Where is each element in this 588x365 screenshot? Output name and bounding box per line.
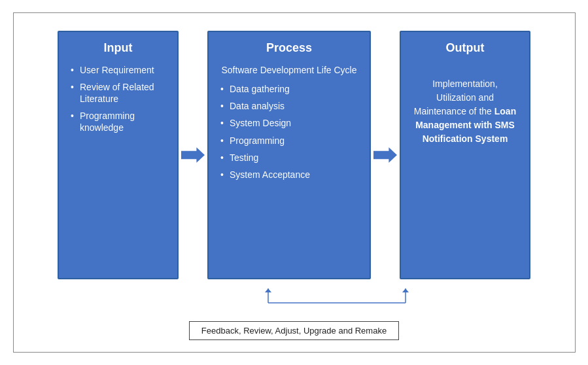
output-text-plain: Implementation, Utilization and Maintena…	[414, 78, 498, 116]
process-item-5: Testing	[219, 152, 359, 164]
svg-marker-5	[265, 288, 271, 292]
process-item-4: Programming	[219, 135, 359, 147]
feedback-connector-svg	[144, 288, 445, 321]
process-subtitle: Software Development Life Cycle	[219, 64, 359, 77]
input-list: User Requirement Review of Related Liter…	[69, 64, 167, 139]
output-box: Output Implementation, Utilization and M…	[400, 31, 530, 279]
svg-marker-0	[181, 147, 205, 162]
feedback-box: Feedback, Review, Adjust, Upgrade and Re…	[189, 321, 399, 340]
svg-marker-1	[373, 147, 397, 162]
bottom-row: Feedback, Review, Adjust, Upgrade and Re…	[27, 288, 562, 340]
input-box: Input User Requirement Review of Related…	[58, 31, 179, 279]
process-item-6: System Acceptance	[219, 169, 359, 181]
input-item-1: User Requirement	[69, 64, 167, 76]
svg-marker-6	[402, 288, 409, 292]
process-box: Process Software Development Life Cycle …	[207, 31, 371, 279]
input-item-2: Review of Related Literature	[69, 81, 167, 105]
process-item-1: Data gathering	[219, 83, 359, 95]
top-row: Input User Requirement Review of Related…	[27, 25, 562, 285]
process-item-2: Data analysis	[219, 100, 359, 112]
process-heading: Process	[219, 41, 359, 55]
arrow-process-to-output	[371, 143, 400, 167]
input-heading: Input	[69, 41, 167, 55]
output-text: Implementation, Utilization and Maintena…	[411, 77, 519, 146]
input-item-3: Programming knowledge	[69, 110, 167, 133]
arrow-input-to-process	[179, 143, 207, 167]
process-list: Data gathering Data analysis System Desi…	[219, 83, 359, 186]
process-item-3: System Design	[219, 117, 359, 129]
feedback-label: Feedback, Review, Adjust, Upgrade and Re…	[201, 326, 387, 336]
output-heading: Output	[411, 41, 519, 55]
diagram-wrapper: Input User Requirement Review of Related…	[13, 12, 576, 353]
